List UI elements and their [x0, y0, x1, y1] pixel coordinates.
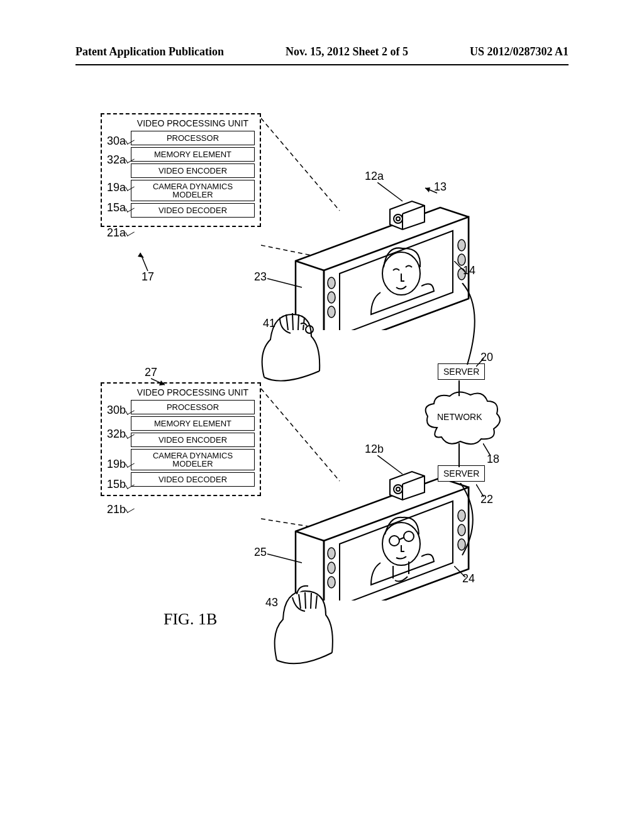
cable-bottom — [453, 483, 491, 558]
network-label: NETWORK — [437, 412, 482, 422]
ref-41: 41 — [263, 317, 275, 330]
vpu-a-title: VIDEO PROCESSING UNIT — [131, 118, 255, 128]
svg-line-21 — [454, 261, 465, 272]
ref-32a: 32a — [107, 153, 126, 167]
svg-point-37 — [328, 548, 335, 559]
header-left: Patent Application Publication — [75, 45, 224, 58]
header-center: Nov. 15, 2012 Sheet 2 of 5 — [286, 45, 408, 58]
link-cloud-server-bottom — [453, 443, 465, 468]
header-rule — [75, 64, 569, 65]
svg-line-44 — [267, 554, 302, 563]
ref-30a: 30a — [107, 135, 126, 148]
person-43 — [258, 572, 340, 673]
vpu-a-decoder: VIDEO DECODER — [131, 203, 255, 218]
svg-point-10 — [396, 217, 400, 221]
ref-23: 23 — [254, 270, 267, 284]
person-41 — [245, 296, 327, 390]
vpu-b-processor: PROCESSOR — [131, 400, 255, 414]
vpu-b-encoder: VIDEO ENCODER — [131, 433, 255, 447]
svg-line-47 — [483, 443, 491, 456]
leader-12a — [377, 182, 409, 208]
cable-top — [456, 283, 494, 368]
vpu-b-decoder: VIDEO DECODER — [131, 472, 255, 487]
ref-15b: 15b — [107, 478, 126, 491]
ref-12b: 12b — [365, 443, 384, 456]
svg-line-17 — [377, 182, 402, 201]
ref-30b: 30b — [107, 404, 126, 417]
svg-line-43 — [377, 455, 402, 474]
svg-point-12 — [328, 292, 335, 303]
leader-18 — [483, 443, 496, 459]
leader-12b — [377, 455, 409, 480]
ref-25: 25 — [254, 546, 267, 559]
arrow-13 — [421, 185, 440, 195]
ref-12a: 12a — [365, 170, 384, 183]
vpu-b-modeler: CAMERA DYNAMICS MODELER — [131, 449, 255, 470]
page-header: Patent Application Publication Nov. 15, … — [0, 45, 644, 58]
leader-25 — [267, 549, 305, 568]
vpu-a-memory: MEMORY ELEMENT — [131, 147, 255, 162]
leader-24 — [454, 566, 470, 582]
ref-43: 43 — [265, 596, 278, 609]
svg-point-11 — [328, 277, 335, 289]
vpu-a-processor: PROCESSOR — [131, 131, 255, 145]
figure-caption: FIG. 1B — [164, 610, 217, 629]
leader-14 — [454, 261, 470, 277]
ref-19b: 19b — [107, 458, 126, 471]
vpu-b-memory: MEMORY ELEMENT — [131, 416, 255, 431]
vpu-b-title: VIDEO PROCESSING UNIT — [131, 387, 255, 397]
ref-19a: 19a — [107, 181, 126, 194]
header-right: US 2012/0287302 A1 — [470, 45, 569, 58]
link-server-cloud-top — [453, 380, 465, 396]
svg-point-13 — [328, 306, 335, 318]
ref-15a: 15a — [107, 201, 126, 214]
leader-23 — [267, 274, 305, 292]
svg-marker-19 — [425, 187, 430, 192]
arrow-17 — [135, 249, 154, 274]
arrow-27 — [151, 377, 170, 390]
svg-point-14 — [458, 240, 465, 251]
vpu-a-modeler: CAMERA DYNAMICS MODELER — [131, 180, 255, 201]
svg-line-20 — [267, 279, 302, 287]
figure-1b: VIDEO PROCESSING UNIT PROCESSOR MEMORY E… — [101, 113, 566, 755]
vpu-a-encoder: VIDEO ENCODER — [131, 163, 255, 178]
svg-line-45 — [454, 566, 465, 577]
svg-point-36 — [396, 487, 400, 491]
ref-21b: 21b — [107, 503, 126, 516]
ref-21a: 21a — [107, 226, 126, 240]
ref-32b: 32b — [107, 428, 126, 441]
